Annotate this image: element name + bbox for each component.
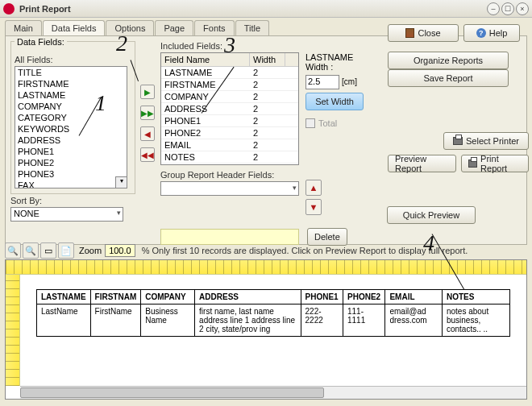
group-title: Data Fields: — [15, 37, 67, 47]
table-row[interactable]: COMPANY2 — [161, 91, 298, 103]
move-down-button[interactable]: ▼ — [305, 199, 322, 215]
tab-data-fields[interactable]: Data Fields — [43, 20, 106, 35]
list-item[interactable]: ADDRESS — [15, 135, 127, 146]
col-width: Width — [250, 53, 285, 66]
tab-fonts[interactable]: Fonts — [194, 20, 235, 35]
list-scroll-button[interactable]: ▾ — [115, 176, 127, 188]
door-icon — [405, 28, 414, 38]
width-input[interactable]: 2.5 — [305, 75, 339, 89]
add-field-button[interactable]: ▶ — [140, 85, 155, 99]
select-printer-button[interactable]: Select Printer — [443, 132, 529, 150]
table-cell: first name, last name address line 1 add… — [195, 304, 301, 337]
preview-toolbar: 🔍 🔍 ▭ 📄 Zoom 100.0 % Only first 10 recor… — [5, 242, 527, 259]
table-row[interactable]: EMAIL2 — [161, 139, 298, 151]
window-titlebar: Print Report – ☐ × — [0, 0, 532, 18]
table-row[interactable]: PHONE12 — [161, 115, 298, 127]
close-button[interactable]: Close — [388, 24, 459, 42]
tab-title[interactable]: Title — [235, 20, 269, 35]
printer-icon — [453, 137, 463, 145]
total-checkbox[interactable] — [305, 118, 315, 128]
column-header: COMPANY — [141, 290, 195, 304]
table-cell: Business Name — [141, 304, 195, 337]
preview-table: LASTNAMEFIRSTNAMCOMPANYADDRESSPHONE1PHON… — [36, 289, 510, 337]
included-fields-grid[interactable]: Field Name Width LASTNAME2FIRSTNAME2COMP… — [160, 52, 299, 165]
column-header: PHONE1 — [301, 290, 343, 304]
width-unit: [cm] — [342, 77, 357, 86]
zoom-in-button[interactable]: 🔍 — [5, 242, 21, 259]
move-up-button[interactable]: ▲ — [305, 180, 322, 196]
remove-all-button[interactable]: ◀◀ — [140, 147, 155, 162]
window-title: Print Report — [19, 4, 485, 14]
list-item[interactable]: FAX — [15, 180, 127, 188]
list-item[interactable]: PHONE3 — [15, 168, 127, 180]
list-item[interactable]: CATEGORY — [15, 112, 127, 123]
list-item[interactable]: PHONE2 — [15, 157, 127, 168]
sort-by-label: Sort By: — [10, 196, 135, 205]
list-item[interactable]: LASTNAME — [15, 89, 127, 101]
table-row[interactable]: PHONE22 — [161, 127, 298, 139]
all-fields-label: All Fields: — [15, 55, 131, 64]
tab-main[interactable]: Main — [5, 20, 42, 35]
horizontal-scrollbar[interactable] — [20, 386, 526, 399]
list-item[interactable]: KEYWORDS — [15, 123, 127, 135]
page-button[interactable]: 📄 — [58, 242, 74, 259]
minimize-button[interactable]: – — [487, 2, 500, 15]
column-header: FIRSTNAM — [90, 290, 141, 304]
printer-icon-2 — [468, 160, 477, 168]
included-label: Included Fields: — [160, 41, 299, 51]
list-item[interactable]: PHONE1 — [15, 146, 127, 157]
scrollbar-thumb[interactable] — [20, 387, 324, 398]
preview-canvas[interactable]: LASTNAMEFIRSTNAMCOMPANYADDRESSPHONE1PHON… — [20, 275, 526, 386]
zoom-value[interactable]: 100.0 — [105, 244, 135, 257]
close-window-button[interactable]: × — [516, 2, 529, 15]
all-fields-list[interactable]: TITLEFIRSTNAMELASTNAMECOMPANYCATEGORYKEY… — [15, 66, 127, 188]
remove-field-button[interactable]: ◀ — [140, 126, 155, 141]
total-checkbox-row: Total — [305, 118, 378, 128]
tab-page[interactable]: Page — [155, 20, 193, 35]
grhf-label: Group Report Header Fields: — [160, 170, 299, 180]
quick-preview-button[interactable]: Quick Preview — [387, 206, 476, 224]
set-width-button[interactable]: Set Width — [305, 93, 364, 110]
column-header: LASTNAME — [37, 290, 91, 304]
table-cell: 111-1111 — [343, 304, 385, 337]
grhf-combo[interactable] — [160, 181, 299, 196]
organize-reports-button[interactable]: Organize Reports — [388, 52, 509, 69]
width-label: LASTNAME Width : — [305, 52, 378, 72]
table-cell: FirstName — [90, 304, 141, 337]
app-icon — [3, 3, 15, 14]
maximize-button[interactable]: ☐ — [501, 2, 514, 15]
add-all-button[interactable]: ▶▶ — [140, 106, 155, 120]
print-report-button[interactable]: Print Report — [461, 155, 529, 172]
table-cell: notes about business, contacts.. .. — [442, 304, 509, 337]
list-item[interactable]: COMPANY — [15, 101, 127, 112]
preview-info: % Only first 10 records are displayed. C… — [142, 246, 468, 255]
help-button[interactable]: ?Help — [463, 24, 520, 42]
ruler-vertical — [6, 275, 20, 386]
table-cell: LastName — [37, 304, 91, 337]
preview-report-button[interactable]: Preview Report — [388, 155, 456, 172]
help-icon: ? — [476, 28, 486, 38]
table-row[interactable]: NOTES2 — [161, 151, 298, 164]
col-field-name: Field Name — [161, 53, 250, 66]
table-row[interactable]: ADDRESS2 — [161, 103, 298, 115]
column-header: EMAIL — [385, 290, 443, 304]
save-report-button[interactable]: Save Report — [388, 69, 509, 87]
table-row[interactable]: FIRSTNAME2 — [161, 79, 298, 91]
zoom-out-button[interactable]: 🔍 — [23, 242, 39, 259]
list-item[interactable]: FIRSTNAME — [15, 78, 127, 89]
data-fields-group: Data Fields: All Fields: TITLEFIRSTNAMEL… — [10, 41, 135, 194]
fit-button[interactable]: ▭ — [40, 242, 56, 259]
table-cell: 222-2222 — [301, 304, 343, 337]
zoom-label: Zoom — [79, 246, 102, 255]
column-header: ADDRESS — [195, 290, 301, 304]
tab-options[interactable]: Options — [106, 20, 154, 35]
column-header: PHONE2 — [343, 290, 385, 304]
total-label: Total — [318, 118, 337, 128]
preview-area: LASTNAMEFIRSTNAMCOMPANYADDRESSPHONE1PHON… — [5, 259, 527, 400]
sort-by-combo[interactable]: NONE — [10, 207, 123, 222]
list-item[interactable]: TITLE — [15, 67, 127, 78]
column-header: NOTES — [442, 290, 509, 304]
table-cell: email@ad dress.com — [385, 304, 443, 337]
